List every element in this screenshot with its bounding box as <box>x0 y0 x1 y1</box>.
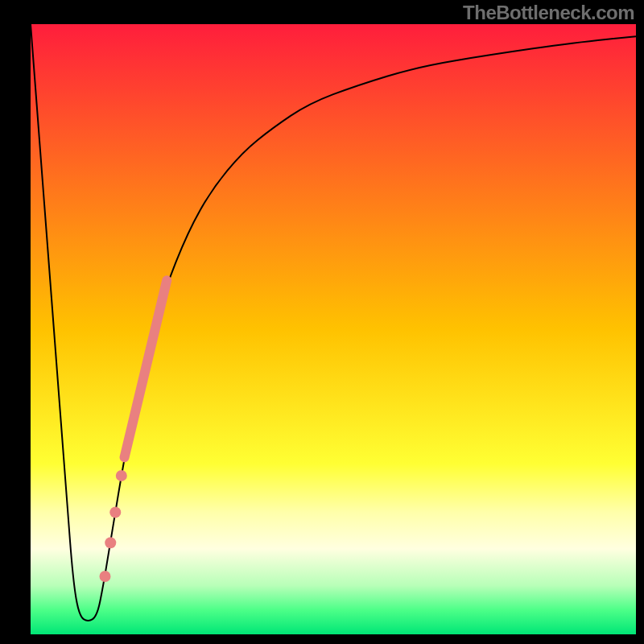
highlight-dot <box>99 571 110 582</box>
plot-background <box>31 24 636 634</box>
highlight-dot <box>105 537 116 548</box>
watermark-label: TheBottleneck.com <box>463 2 634 24</box>
chart-frame: TheBottleneck.com <box>0 0 644 644</box>
chart-svg <box>0 0 644 644</box>
highlight-dot <box>116 470 127 481</box>
highlight-dot <box>109 506 121 518</box>
